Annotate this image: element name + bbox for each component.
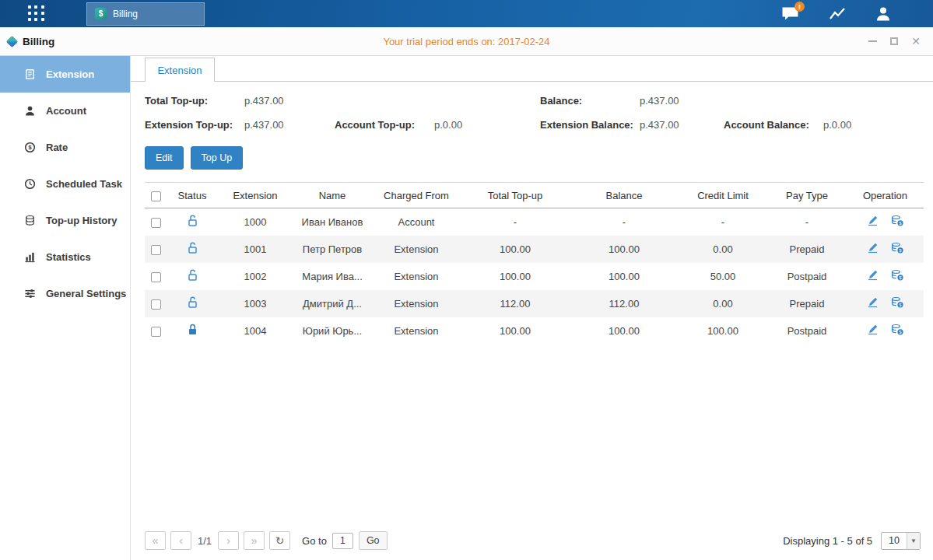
tab-extension[interactable]: Extension: [145, 58, 215, 82]
account-topup-value: p.0.00: [434, 119, 462, 131]
sidebar-item-general-settings[interactable]: General Settings: [0, 275, 130, 312]
cell-balance: -: [623, 216, 626, 228]
notifications-button[interactable]: !: [781, 6, 799, 21]
lock-open-icon[interactable]: [187, 296, 198, 309]
cell-name: Юрий Юрь...: [303, 325, 362, 337]
balance-label: Balance:: [540, 95, 640, 107]
main-panel: Extension Total Top-up: p.437.00 Balance…: [131, 56, 933, 560]
prev-page-icon: ‹: [179, 534, 183, 547]
top-up-icon[interactable]: $: [891, 215, 903, 226]
billing-app-icon: $: [95, 8, 107, 19]
edit-icon[interactable]: [867, 269, 879, 281]
last-page-button[interactable]: »: [244, 531, 265, 550]
displaying-text: Displaying 1 - 5 of 5: [783, 535, 872, 547]
refresh-icon: ↻: [275, 534, 285, 547]
extension-topup-label: Extension Top-up:: [145, 119, 244, 131]
row-checkbox[interactable]: [151, 245, 161, 255]
cell-pay-type: Postpaid: [787, 271, 827, 282]
first-page-button[interactable]: «: [145, 531, 166, 550]
sidebar-item-label: Top-up History: [46, 215, 117, 226]
clock-icon: [24, 178, 36, 190]
close-icon[interactable]: ✕: [911, 36, 921, 47]
lock-open-icon[interactable]: [187, 242, 198, 254]
sidebar-item-extension[interactable]: Extension: [0, 56, 130, 93]
sidebar-item-label: Statistics: [46, 251, 91, 263]
edit-icon[interactable]: [867, 215, 879, 226]
edit-icon[interactable]: [867, 242, 879, 254]
edit-icon[interactable]: [867, 296, 879, 308]
window-title: Billing: [8, 36, 54, 47]
top-up-icon[interactable]: $: [891, 269, 903, 281]
table-row: 1000 Иван Иванов Account - - - -: [145, 208, 924, 236]
window-titlebar: Billing Your trial period ends on: 2017-…: [0, 27, 933, 56]
col-pay-type: Pay Type: [767, 183, 847, 208]
sliders-icon: [24, 288, 36, 299]
sidebar-item-scheduled-task[interactable]: Scheduled Task: [0, 166, 130, 202]
page-size-value: 10: [882, 533, 907, 549]
top-up-button[interactable]: Top Up: [191, 146, 244, 170]
apps-grid-icon[interactable]: [28, 5, 45, 23]
cell-pay-type: Postpaid: [787, 325, 827, 337]
select-all-checkbox[interactable]: [151, 191, 161, 201]
row-checkbox[interactable]: [151, 299, 161, 310]
sidebar-item-account[interactable]: Account: [0, 93, 130, 129]
statistics-button[interactable]: [829, 7, 846, 21]
go-button[interactable]: Go: [359, 531, 388, 550]
maximize-icon[interactable]: [890, 36, 898, 47]
topup-history-icon: [24, 215, 36, 226]
edit-button[interactable]: Edit: [145, 146, 184, 170]
lock-open-icon[interactable]: [187, 269, 198, 282]
top-up-icon[interactable]: $: [891, 242, 903, 254]
col-total-topup: Total Top-up: [461, 183, 570, 208]
cell-name: Иван Иванов: [302, 216, 363, 228]
extension-balance-label: Extension Balance:: [540, 119, 640, 131]
page-size-select[interactable]: 10 ▼: [881, 532, 921, 550]
sidebar-item-rate[interactable]: $ Rate: [0, 129, 130, 166]
user-menu-button[interactable]: [875, 6, 891, 21]
col-operation: Operation: [847, 183, 924, 208]
top-up-icon[interactable]: $: [891, 324, 903, 335]
cell-pay-type: Prepaid: [790, 243, 825, 255]
table-row: 1003 Дмитрий Д... Extension 112.00 112.0…: [145, 290, 924, 317]
user-icon: [875, 6, 891, 21]
pagination-bar: « ‹ 1/1 › » ↻ Go to Go Displaying 1 - 5 …: [131, 531, 933, 560]
col-credit-limit: Credit Limit: [679, 183, 767, 208]
row-checkbox[interactable]: [151, 272, 161, 282]
row-checkbox[interactable]: [151, 327, 161, 337]
cell-extension: 1003: [244, 298, 267, 310]
goto-page-input[interactable]: [332, 533, 353, 549]
table-row: 1002 Мария Ива... Extension 100.00 100.0…: [145, 263, 924, 290]
top-up-icon[interactable]: $: [891, 296, 903, 308]
sidebar-item-topup-history[interactable]: Top-up History: [0, 202, 130, 239]
page-indicator: 1/1: [198, 535, 212, 547]
sidebar-item-statistics[interactable]: Statistics: [0, 239, 130, 275]
lock-open-icon[interactable]: [187, 215, 198, 227]
cell-name: Петр Петров: [303, 243, 362, 255]
taskbar-billing-button[interactable]: $ Billing: [86, 2, 205, 26]
lock-closed-icon[interactable]: [187, 324, 198, 336]
cell-extension: 1004: [244, 325, 267, 337]
extension-topup-value: p.437.00: [244, 119, 284, 131]
table-header-row: Status Extension Name Charged From Total…: [145, 183, 924, 208]
next-page-button[interactable]: ›: [218, 531, 239, 550]
col-charged-from: Charged From: [372, 183, 461, 208]
caret-down-icon: ▼: [907, 533, 920, 549]
total-topup-value: p.437.00: [244, 95, 284, 107]
cell-total-topup: 100.00: [500, 325, 531, 337]
balance-value: p.437.00: [640, 95, 679, 107]
cell-credit-limit: -: [721, 216, 724, 228]
refresh-button[interactable]: ↻: [269, 531, 290, 550]
cell-balance: 112.00: [609, 298, 640, 310]
total-topup-label: Total Top-up:: [145, 95, 244, 107]
trial-notice: Your trial period ends on: 2017-02-24: [0, 36, 933, 47]
col-extension: Extension: [218, 183, 293, 208]
cell-credit-limit: 50.00: [710, 271, 736, 282]
minimize-icon[interactable]: [868, 36, 877, 47]
prev-page-button[interactable]: ‹: [170, 531, 191, 550]
taskbar-billing-label: Billing: [113, 9, 138, 19]
rate-icon: $: [24, 142, 36, 153]
edit-icon[interactable]: [867, 324, 879, 335]
notification-badge: !: [794, 2, 805, 12]
row-checkbox[interactable]: [151, 218, 161, 228]
account-balance-label: Account Balance:: [724, 119, 823, 131]
